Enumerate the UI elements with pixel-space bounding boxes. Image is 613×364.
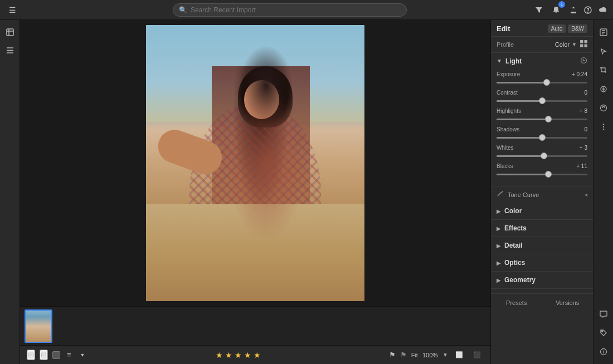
contrast-slider[interactable]	[497, 97, 587, 105]
star-1[interactable]: ★	[216, 351, 223, 360]
versions-tab[interactable]: Versions	[542, 294, 593, 311]
flag-reject-button[interactable]: ⚑	[400, 351, 407, 359]
image-viewer	[20, 20, 490, 306]
search-input[interactable]	[191, 6, 401, 14]
effects-section[interactable]: ▶ Effects	[491, 220, 593, 237]
blacks-row: Blacks + 11	[497, 163, 587, 178]
star-5[interactable]: ★	[254, 351, 261, 360]
profile-label: Profile	[497, 41, 514, 48]
filter-button[interactable]	[535, 3, 543, 17]
highlights-slider[interactable]	[497, 115, 587, 123]
effects-section-title: Effects	[504, 224, 527, 232]
zoom-value: 100%	[422, 352, 438, 358]
center-area: ⊞ ⊟ ≡ ▼ ★ ★ ★ ★ ★ ⚑ ⚑ Fit 100% ▼ ⬜ ⬛	[20, 20, 490, 364]
whites-value: + 3	[580, 145, 587, 151]
mask-tool-button[interactable]	[596, 100, 611, 116]
bottom-left-controls: ⊞ ⊟ ≡ ▼	[27, 350, 87, 360]
color-section[interactable]: ▶ Color	[491, 203, 593, 220]
whites-slider[interactable]	[497, 152, 587, 160]
right-panel-icons	[593, 20, 613, 364]
tone-curve-label: Tone Curve	[508, 191, 539, 198]
shadows-label: Shadows	[497, 126, 519, 132]
exposure-label: Exposure	[497, 71, 520, 77]
tone-curve-chevron: ◂	[585, 191, 587, 198]
grid-view-button[interactable]: ⊞	[27, 350, 35, 360]
share-button[interactable]	[570, 3, 577, 17]
light-chevron-icon: ▼	[497, 58, 502, 64]
edit-title: Edit	[497, 24, 510, 33]
svg-rect-2	[7, 29, 13, 36]
svg-rect-4	[585, 40, 588, 43]
optics-section[interactable]: ▶ Optics	[491, 254, 593, 272]
notification-wrapper: 1	[549, 3, 563, 17]
presets-tab[interactable]: Presets	[491, 294, 542, 311]
svg-point-12	[602, 126, 604, 127]
flag-pick-button[interactable]: ⚑	[389, 351, 396, 359]
bw-button[interactable]: B&W	[568, 24, 587, 33]
profile-value-text: Color	[555, 41, 570, 48]
contrast-row: Contrast 0	[497, 90, 587, 105]
heal-tool-button[interactable]	[596, 81, 611, 97]
light-section-header[interactable]: ▼ Light	[491, 53, 593, 69]
top-bar: ☰ 🔍 1	[0, 0, 613, 20]
more-options-button[interactable]	[596, 119, 611, 135]
arrow-tool-button[interactable]	[596, 43, 611, 59]
shadows-slider[interactable]	[497, 134, 587, 141]
star-4[interactable]: ★	[244, 351, 251, 360]
geometry-section[interactable]: ▶ Geometry	[491, 272, 593, 289]
svg-rect-5	[580, 45, 583, 48]
auto-button[interactable]: Auto	[548, 24, 566, 33]
svg-point-14	[601, 331, 602, 332]
tone-curve-left: Tone Curve	[497, 190, 539, 199]
help-button[interactable]	[584, 3, 592, 17]
shadows-row: Shadows 0	[497, 126, 587, 141]
light-section-options-icon[interactable]	[580, 57, 587, 65]
bottom-right-controls: ⚑ ⚑ Fit 100% ▼ ⬜ ⬛	[389, 348, 484, 362]
sort-dropdown-button[interactable]: ▼	[78, 351, 87, 359]
bottom-tabs: Presets Versions	[491, 293, 593, 311]
highlights-row: Highlights + 8	[497, 108, 587, 123]
blacks-slider[interactable]	[497, 170, 587, 178]
sidebar-toggle-button[interactable]: ☰	[6, 3, 19, 17]
navigator-button[interactable]	[2, 24, 18, 40]
detail-section[interactable]: ▶ Detail	[491, 237, 593, 254]
svg-point-10	[600, 105, 606, 111]
contrast-label: Contrast	[497, 90, 518, 96]
crop-tool-button[interactable]	[596, 62, 611, 78]
layers-button[interactable]	[2, 42, 18, 58]
sort-button[interactable]: ≡	[65, 350, 74, 360]
profile-value-dropdown[interactable]: Color ▼	[555, 41, 577, 48]
tag-button[interactable]	[596, 325, 611, 341]
compare-button[interactable]: ⬛	[470, 348, 484, 362]
search-box: 🔍	[173, 3, 407, 17]
section-header-left: ▼ Light	[497, 57, 522, 65]
fullscreen-button[interactable]: ⬜	[453, 348, 466, 362]
exposure-slider[interactable]	[497, 78, 587, 86]
color-swatch[interactable]	[52, 351, 60, 359]
edit-header: Edit Auto B&W	[491, 20, 593, 37]
edit-tool-button[interactable]	[596, 24, 611, 40]
list-view-button[interactable]: ⊟	[40, 350, 48, 360]
filmstrip-thumb[interactable]	[25, 309, 52, 343]
color-chevron-icon: ▶	[497, 208, 501, 214]
right-panel: Edit Auto B&W Profile Color ▼	[490, 20, 613, 364]
optics-chevron-icon: ▶	[497, 260, 501, 266]
profile-chevron-icon: ▼	[572, 42, 577, 47]
edit-actions: Auto B&W	[548, 24, 587, 33]
top-bar-left: ☰	[6, 3, 39, 17]
svg-rect-3	[580, 40, 583, 43]
tone-curve-row[interactable]: Tone Curve ◂	[491, 186, 593, 203]
profile-grid-button[interactable]	[580, 40, 587, 49]
blacks-value: + 11	[576, 163, 587, 169]
search-icon: 🔍	[179, 6, 187, 14]
info-button[interactable]	[596, 344, 611, 360]
blacks-label: Blacks	[497, 163, 513, 169]
detail-chevron-icon: ▶	[497, 243, 501, 249]
star-2[interactable]: ★	[225, 351, 232, 360]
star-3[interactable]: ★	[235, 351, 242, 360]
cloud-button[interactable]	[599, 3, 607, 17]
comment-button[interactable]	[596, 306, 611, 322]
color-section-title: Color	[504, 207, 522, 215]
zoom-dropdown[interactable]: ▼	[442, 352, 448, 358]
light-section-body: Exposure + 0.24 Contrast	[491, 69, 593, 186]
